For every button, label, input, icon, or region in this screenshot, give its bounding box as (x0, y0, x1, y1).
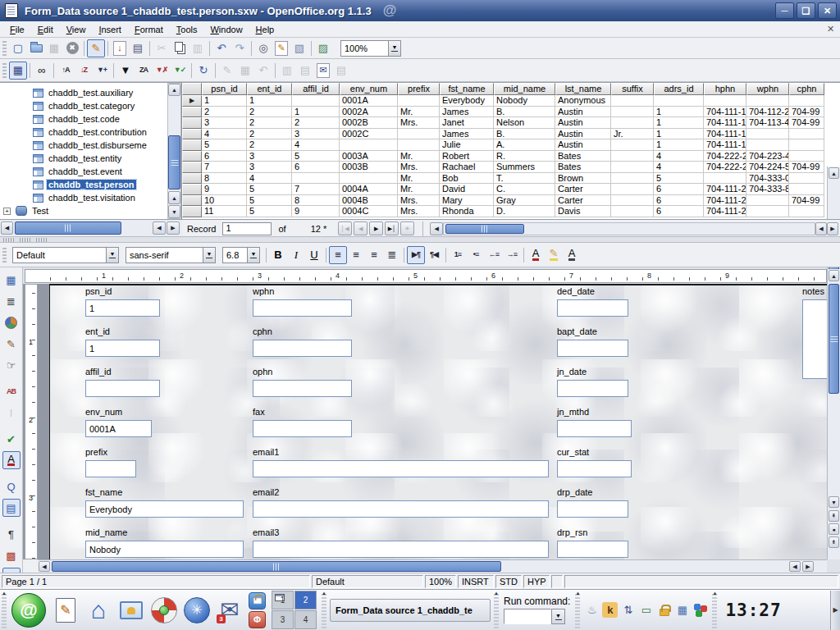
column-header-psn_id[interactable]: psn_id (202, 83, 247, 95)
tree-item-code[interactable]: chaddb_test.code (33, 112, 121, 126)
cell-suffix[interactable] (611, 184, 654, 195)
font-dropdown-icon[interactable]: ▼ (203, 247, 216, 263)
row-selector[interactable] (182, 107, 202, 118)
tree-item-category[interactable]: chaddb_test.category (33, 99, 136, 112)
font-size-value[interactable]: 6.8 (222, 247, 247, 263)
cell-env_num[interactable] (340, 173, 398, 185)
cell-affil_id[interactable]: 1 (292, 107, 340, 118)
gallery-icon[interactable]: ▧ (290, 39, 308, 57)
cell-suffix[interactable] (611, 95, 654, 107)
menu-file[interactable]: File (3, 23, 31, 36)
cell-cphn[interactable] (789, 139, 824, 151)
align-right-icon[interactable]: ≡ (365, 246, 383, 264)
cell-affil_id[interactable]: 6 (292, 162, 340, 173)
tree-item-entity[interactable]: chaddb_test.entity (33, 152, 123, 165)
logout-button[interactable]: Φ (249, 611, 266, 628)
copy-icon[interactable] (171, 39, 189, 57)
cell-cphn[interactable] (789, 95, 824, 107)
tree-hscroll-thumb[interactable] (15, 221, 121, 235)
text-rtl-icon[interactable]: ¶◀ (425, 246, 443, 264)
cell-ent_id[interactable]: 1 (247, 95, 292, 107)
cell-lst_name[interactable]: Bates (555, 151, 611, 162)
underline-icon[interactable]: U (305, 246, 323, 264)
autofilter-icon[interactable]: ▼+ (93, 62, 111, 80)
field-input-notes[interactable] (802, 299, 827, 379)
cell-prefix[interactable]: Mrs. (398, 162, 440, 173)
cell-wphn[interactable]: 704-333-8 (746, 184, 789, 195)
field-input-email2[interactable] (253, 500, 549, 518)
cell-env_num[interactable]: 0003A (340, 151, 398, 162)
cell-cphn[interactable]: 704-99 (789, 107, 824, 118)
tree-scroll-thumb[interactable] (168, 135, 180, 189)
refresh-icon[interactable]: ↻ (194, 62, 212, 80)
cell-adrs_id[interactable]: 4 (654, 151, 704, 162)
export-pdf-icon[interactable]: ↓ (111, 39, 129, 57)
grid-scroll-right-icon[interactable]: ▶ (827, 222, 838, 235)
cell-lst_name[interactable]: Austin (555, 107, 611, 118)
cell-prefix[interactable]: Mrs. (398, 117, 440, 129)
direct-cursor-icon[interactable]: I (2, 404, 21, 422)
panel-hide-button[interactable]: ▶ (830, 591, 840, 630)
cell-hphn[interactable]: 704-111-2 (704, 206, 746, 217)
cell-affil_id[interactable] (292, 173, 340, 185)
increase-indent-icon[interactable]: →≡ (503, 246, 521, 264)
paste-icon[interactable]: ▥ (189, 39, 207, 57)
font-name-combo[interactable]: sans-serif ▼ (126, 247, 216, 263)
data-sources-icon[interactable]: ▤ (2, 499, 21, 517)
expander-icon[interactable]: + (3, 208, 11, 215)
lock-session-button[interactable] (249, 592, 266, 609)
cell-fst_name[interactable]: David (440, 184, 494, 195)
cell-prefix[interactable]: Mrs. (398, 195, 440, 207)
document-horizontal-scrollbar[interactable]: ◀ ◀ ▶ (38, 559, 827, 573)
panel-handle[interactable] (494, 592, 499, 628)
cell-prefix[interactable]: Mr. (398, 173, 440, 185)
panel-handle[interactable] (2, 592, 7, 628)
new-record-button[interactable]: ✳ (400, 221, 414, 235)
cell-mid_name[interactable]: B. (494, 107, 555, 118)
cell-ent_id[interactable]: 5 (247, 195, 292, 207)
cell-affil_id[interactable]: 8 (292, 195, 340, 207)
cell-prefix[interactable]: Mr. (398, 107, 440, 118)
remove-filter-icon[interactable]: ▼✗ (153, 62, 171, 80)
cell-psn_id[interactable]: 1 (202, 95, 247, 107)
print-file-icon[interactable]: ▤ (129, 39, 147, 57)
cell-wphn[interactable] (746, 95, 789, 107)
field-input-mid_name[interactable]: Nobody (85, 541, 244, 558)
tree-item-event[interactable]: chaddb_test.event (33, 165, 124, 178)
cell-adrs_id[interactable]: 1 (654, 117, 704, 129)
draw-functions-icon[interactable]: ✎ (2, 335, 21, 353)
field-input-fax[interactable] (253, 420, 352, 437)
cell-adrs_id[interactable]: 1 (654, 107, 704, 118)
tree-hscroll-left2-icon[interactable]: ◀ (153, 221, 166, 235)
cell-psn_id[interactable]: 4 (202, 129, 247, 140)
cell-fst_name[interactable]: James (440, 107, 494, 118)
klipper-icon[interactable]: k (602, 602, 618, 618)
bold-icon[interactable]: B (269, 246, 287, 264)
field-input-drp_date[interactable] (557, 500, 628, 518)
cell-lst_name[interactable]: Austin (555, 139, 611, 151)
cell-psn_id[interactable]: 7 (202, 162, 247, 173)
grid-corner-cell[interactable] (182, 83, 202, 95)
suse-help-icon[interactable] (148, 592, 180, 628)
cell-fst_name[interactable]: Mary (440, 195, 494, 207)
cell-affil_id[interactable]: 5 (292, 151, 340, 162)
cell-mid_name[interactable]: B. (494, 129, 555, 140)
apply-filter-icon[interactable]: ▼✓ (171, 62, 189, 80)
status-page-style[interactable]: Default (312, 575, 423, 588)
column-header-mid_name[interactable]: mid_name (494, 83, 555, 95)
cell-hphn[interactable]: 704-111-1 (704, 129, 746, 140)
cell-psn_id[interactable]: 3 (202, 117, 247, 129)
cell-cphn[interactable]: 704-99 (789, 162, 824, 173)
cell-env_num[interactable]: 0001A (340, 95, 398, 107)
numbering-icon[interactable]: 1≡ (449, 246, 467, 264)
prev-record-button[interactable]: ◀ (354, 221, 368, 235)
tree-hscroll-right-icon[interactable]: ▶ (167, 221, 180, 235)
cell-adrs_id[interactable]: 4 (654, 162, 704, 173)
row-selector[interactable] (182, 139, 202, 151)
cell-mid_name[interactable]: Nobody (494, 95, 555, 107)
form-functions-icon[interactable]: ☞ (2, 356, 21, 374)
cell-ent_id[interactable]: 5 (247, 206, 292, 217)
row-selector[interactable] (182, 184, 202, 195)
cell-prefix[interactable] (398, 95, 440, 107)
menu-help[interactable]: Help (249, 23, 281, 36)
